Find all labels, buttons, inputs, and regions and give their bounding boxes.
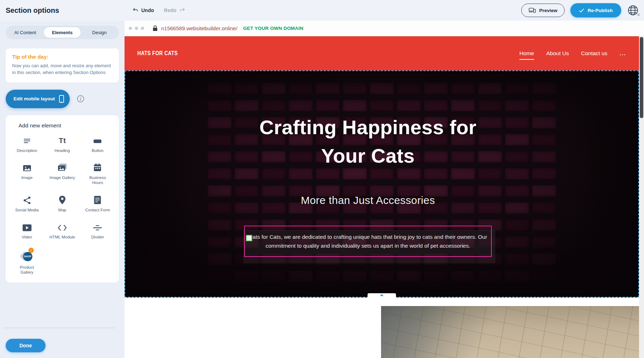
business-hours-icon xyxy=(93,162,102,172)
tab-design[interactable]: Design xyxy=(81,27,118,38)
image-icon xyxy=(22,162,32,172)
section-height-handle[interactable] xyxy=(368,293,396,298)
element-contact-form[interactable]: Contact Form xyxy=(80,195,115,212)
description-icon xyxy=(23,135,31,145)
tip-title: Tip of the day: xyxy=(12,54,112,60)
shop-badge: SHOP xyxy=(23,252,32,261)
resize-corner-handle[interactable] xyxy=(246,235,252,241)
element-grid: Description Tt Heading Button Ima xyxy=(9,135,115,275)
url-text[interactable]: n1566589.websitebuilder.online/ xyxy=(161,25,237,31)
republish-button[interactable]: Re-Publish xyxy=(570,3,621,17)
site-preview-area: n1566589.websitebuilder.online/ GET YOUR… xyxy=(125,21,644,358)
element-social-media[interactable]: Social Media xyxy=(9,195,44,212)
contact-form-icon xyxy=(94,195,101,205)
preview-scrollbar xyxy=(639,36,644,358)
site-nav: Home About Us Contact us ... xyxy=(519,50,626,57)
element-html-module[interactable]: HTML Module xyxy=(44,222,80,239)
divider-icon xyxy=(93,222,102,232)
hero-content: Crafting Happiness for Your Cats More th… xyxy=(125,70,611,298)
preview-label: Preview xyxy=(539,8,557,13)
edit-mobile-layout-button[interactable]: Edit mobile layout xyxy=(6,90,70,108)
undo-redo-group: Undo Redo xyxy=(132,0,185,21)
nav-about-us[interactable]: About Us xyxy=(546,50,569,57)
topbar-actions: Preview Re-Publish xyxy=(521,0,639,21)
phone-icon xyxy=(59,95,64,103)
get-domain-link[interactable]: GET YOUR OWN DOMAIN xyxy=(243,26,303,31)
selected-text-element[interactable]: Hats for Cats, we are dedicated to craft… xyxy=(244,226,492,257)
preview-button[interactable]: Preview xyxy=(521,4,565,17)
nav-contact-us[interactable]: Contact us xyxy=(581,50,607,57)
upgrade-dot-icon: ↑ xyxy=(28,248,34,253)
element-business-hours[interactable]: Business Hours xyxy=(80,162,115,185)
undo-button[interactable]: Undo xyxy=(132,7,154,14)
website-canvas: HATS FOR CATS Home About Us Contact us .… xyxy=(125,36,639,358)
site-header[interactable]: HATS FOR CATS Home About Us Contact us .… xyxy=(125,36,639,70)
panel-tabs: AI Content Elements Design xyxy=(6,26,119,39)
sidebar-divider xyxy=(4,328,115,328)
section-options-panel: AI Content Elements Design Tip of the da… xyxy=(0,21,125,358)
window-dot xyxy=(135,27,138,30)
element-product-gallery[interactable]: SHOP ↑ Product Gallery xyxy=(9,249,44,275)
hero-section[interactable]: Crafting Happiness for Your Cats More th… xyxy=(125,70,639,298)
element-button[interactable]: Button xyxy=(80,135,115,153)
add-element-title: Add new element xyxy=(9,122,115,129)
undo-icon xyxy=(132,7,139,14)
video-icon xyxy=(22,222,32,232)
element-image[interactable]: Image xyxy=(9,162,44,185)
redo-label: Redo xyxy=(164,7,176,13)
nav-home[interactable]: Home xyxy=(519,50,534,57)
republish-label: Re-Publish xyxy=(587,8,613,13)
scrollbar-thumb[interactable] xyxy=(640,37,643,118)
product-gallery-icon: SHOP ↑ xyxy=(21,249,33,262)
element-description[interactable]: Description xyxy=(9,135,44,153)
hero-paragraph[interactable]: Hats for Cats, we are dedicated to craft… xyxy=(245,232,491,250)
arrow-up-icon xyxy=(380,294,384,296)
element-video[interactable]: Video xyxy=(9,222,44,239)
window-dot xyxy=(129,27,132,30)
redo-icon xyxy=(179,7,185,14)
add-element-card: Add new element Description Tt Heading xyxy=(6,115,119,283)
social-media-icon xyxy=(23,195,31,205)
html-module-icon xyxy=(57,222,67,232)
ssl-lock-icon xyxy=(153,25,158,31)
undo-label: Undo xyxy=(141,7,154,13)
window-dots xyxy=(129,27,144,30)
done-button[interactable]: Done xyxy=(6,339,46,352)
image-gallery-icon xyxy=(57,162,67,172)
heading-icon: Tt xyxy=(59,135,66,145)
language-globe-button[interactable] xyxy=(627,4,639,16)
site-logo[interactable]: HATS FOR CATS xyxy=(137,50,178,57)
element-heading[interactable]: Tt Heading xyxy=(44,135,80,153)
editor-topbar: Section options Undo Redo Preview xyxy=(0,0,644,21)
hero-subheadline[interactable]: More than Just Accessories xyxy=(125,194,611,206)
tab-ai-content[interactable]: AI Content xyxy=(7,27,43,38)
devices-icon xyxy=(529,7,536,13)
hero-headline[interactable]: Crafting Happiness for Your Cats xyxy=(240,113,496,170)
browser-bar: n1566589.websitebuilder.online/ GET YOUR… xyxy=(125,21,644,36)
next-section-image[interactable] xyxy=(381,306,639,358)
nav-more[interactable]: ... xyxy=(619,50,626,57)
redo-button[interactable]: Redo xyxy=(164,7,185,14)
tip-body: Now you can add, move and resize any ele… xyxy=(12,63,112,76)
tab-elements[interactable]: Elements xyxy=(43,27,81,38)
info-icon[interactable] xyxy=(77,95,84,102)
edit-mobile-label: Edit mobile layout xyxy=(14,96,55,101)
app-window: Section options Undo Redo Preview xyxy=(0,0,644,358)
globe-notification-dot xyxy=(637,14,640,16)
element-image-gallery[interactable]: Image Gallery xyxy=(44,162,80,185)
button-icon xyxy=(93,135,102,145)
mobile-layout-row: Edit mobile layout xyxy=(6,90,125,108)
element-divider[interactable]: Divider xyxy=(80,222,115,239)
page-title: Section options xyxy=(6,0,59,21)
element-map[interactable]: Map xyxy=(44,195,80,212)
map-pin-icon xyxy=(59,195,66,205)
window-dot xyxy=(141,27,144,30)
tip-of-the-day-card: Tip of the day: Now you can add, move an… xyxy=(6,48,119,83)
check-icon xyxy=(579,8,584,13)
